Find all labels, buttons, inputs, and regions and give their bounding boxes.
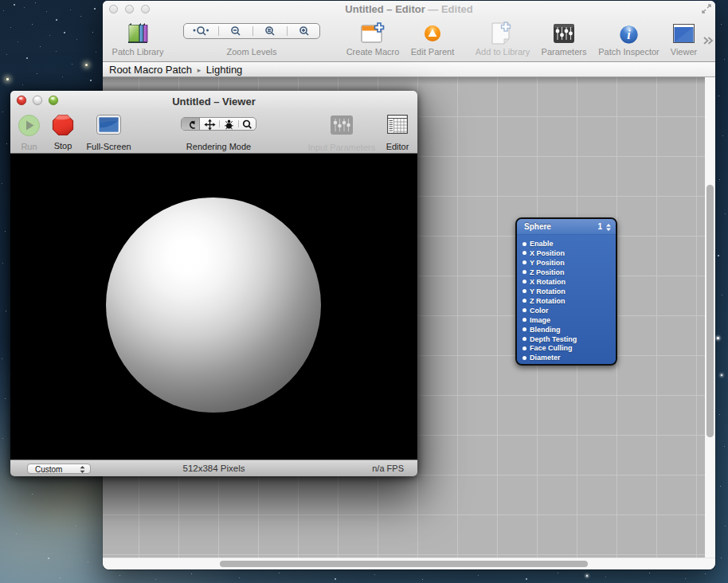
svg-text:i: i xyxy=(627,28,631,41)
